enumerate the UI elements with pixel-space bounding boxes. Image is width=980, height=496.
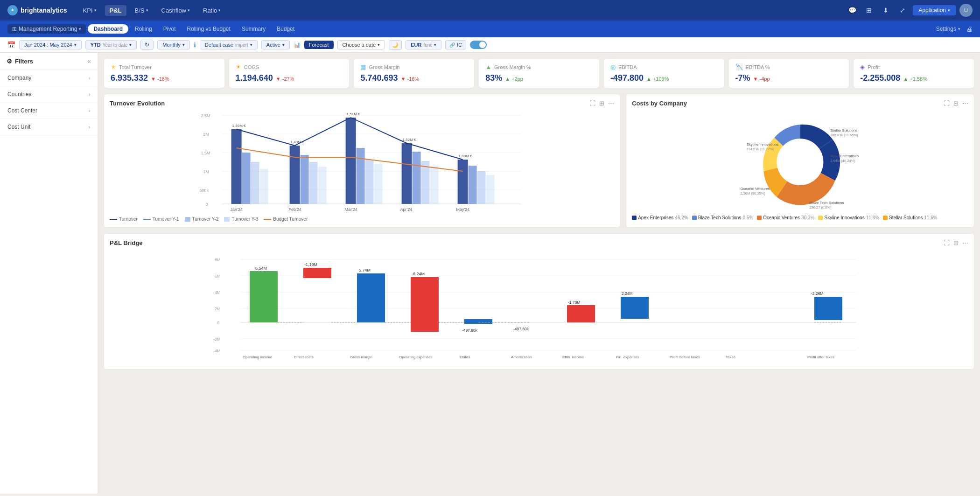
expand-chart-btn[interactable]: ⛶ <box>944 100 950 107</box>
svg-text:Blaze Tech Solutions: Blaze Tech Solutions <box>810 201 844 205</box>
svg-text:5,74M: 5,74M <box>359 268 371 272</box>
tab-budget[interactable]: Budget <box>272 24 299 34</box>
svg-text:-497,80k: -497,80k <box>513 327 529 331</box>
chevron-down-icon: ▾ <box>378 42 380 47</box>
breadcrumb-button[interactable]: ⊞ Management Reporting ▾ <box>7 24 86 34</box>
kpi-value: 1.194.640 <box>236 73 273 83</box>
application-button[interactable]: Application ▾ <box>913 5 956 15</box>
ytd-filter[interactable]: YTD Year to date ▾ <box>85 40 137 49</box>
collapse-sidebar-btn[interactable]: « <box>87 57 91 65</box>
download-icon-btn[interactable]: ⬇ <box>879 4 892 17</box>
active-text: Active <box>266 42 280 48</box>
chat-icon-btn[interactable]: 💬 <box>846 4 859 17</box>
kpi-card-ebitda-pct: 📉 EBITDA % -7% ▼ -4pp <box>728 58 850 88</box>
svg-text:2,26M (30,35%): 2,26M (30,35%) <box>741 191 766 196</box>
tab-rolling[interactable]: Rolling <box>130 24 157 34</box>
default-case-sub: import <box>235 42 248 48</box>
nav-item-bs[interactable]: B/S ▾ <box>130 5 153 16</box>
expand-chart-btn[interactable]: ⛶ <box>589 100 595 107</box>
svg-text:2M: 2M <box>215 307 221 311</box>
svg-rect-23 <box>357 148 365 204</box>
refresh-icon[interactable]: ↻ <box>140 40 154 50</box>
chevron-down-icon: ▾ <box>74 42 77 47</box>
nav-item-cashflow[interactable]: Cashflow ▾ <box>157 5 195 16</box>
donut-legend-blaze: Blaze Tech Solutions 0,5% <box>692 215 753 220</box>
calendar-icon: 📅 <box>7 41 15 49</box>
nav-item-kpi[interactable]: KPI ▾ <box>78 5 101 16</box>
default-case-filter[interactable]: Default case import ▾ <box>200 40 258 49</box>
chart-title-row: Turnover Evolution ⛶ ⊞ ⋯ <box>110 100 614 107</box>
more-options-btn[interactable]: ⋯ <box>962 239 968 246</box>
sidebar: ⚙ Filters « Company › Countries › Cost C… <box>0 53 98 494</box>
charts-row-1: Turnover Evolution ⛶ ⊞ ⋯ <box>104 94 974 228</box>
svg-text:Taxes: Taxes <box>726 355 735 359</box>
currency-filter[interactable]: EUR func ▾ <box>406 40 441 49</box>
grid-icon-btn[interactable]: ⊞ <box>862 4 875 17</box>
svg-rect-19 <box>309 162 318 204</box>
chevron-right-icon: › <box>89 125 90 130</box>
svg-text:4M: 4M <box>215 290 221 295</box>
svg-rect-22 <box>346 118 356 204</box>
chevron-down-icon: ▾ <box>129 42 132 47</box>
table-view-btn[interactable]: ⊞ <box>953 100 959 107</box>
more-options-btn[interactable]: ⋯ <box>962 100 968 107</box>
forecast-filter[interactable]: Forecast <box>304 41 334 49</box>
kpi-card-total-turnover: ★ Total Turnover 6.935.332 ▼ -18% <box>104 58 225 88</box>
active-filter[interactable]: Active ▾ <box>261 40 290 49</box>
table-view-btn[interactable]: ⊞ <box>599 100 604 107</box>
chevron-down-icon: ▾ <box>182 42 185 47</box>
kpi-value: -7% <box>735 73 750 83</box>
chevron-down-icon: ▾ <box>282 42 285 47</box>
kpi-card-cogs: ☀ COGS 1.194.640 ▼ -27% <box>229 58 350 88</box>
tab-dashboard[interactable]: Dashboard <box>88 24 128 34</box>
tab-summary[interactable]: Summary <box>237 24 270 34</box>
svg-rect-20 <box>318 167 327 204</box>
chevron-down-icon: ▾ <box>250 42 252 47</box>
ic-text: IC <box>457 42 462 48</box>
application-label: Application <box>918 7 946 14</box>
costs-chart-card: Costs by Company ⛶ ⊞ ⋯ <box>626 94 974 228</box>
svg-rect-27 <box>402 143 412 204</box>
svg-rect-83 <box>814 297 842 320</box>
ic-filter[interactable]: 🔗 IC <box>445 40 466 49</box>
sidebar-item-company[interactable]: Company › <box>0 70 98 86</box>
nav-item-pl[interactable]: P&L <box>105 5 126 16</box>
diamond-icon: ◈ <box>860 63 865 70</box>
chart-icon: ▦ <box>360 63 366 70</box>
logo[interactable]: ✦ brightanalytics <box>7 5 67 15</box>
sidebar-item-countries[interactable]: Countries › <box>0 86 98 103</box>
print-icon-btn[interactable]: 🖨 <box>966 25 973 33</box>
settings-button[interactable]: Settings ▾ <box>936 26 960 32</box>
kpi-value-row: 5.740.693 ▼ -16% <box>360 73 468 83</box>
nav-item-ratio[interactable]: Ratio ▾ <box>198 5 225 16</box>
currency-text: EUR <box>411 42 421 48</box>
more-options-btn[interactable]: ⋯ <box>608 100 614 107</box>
sub-nav: ⊞ Management Reporting ▾ Dashboard Rolli… <box>0 21 980 37</box>
turnover-chart-title: Turnover Evolution <box>110 100 165 107</box>
svg-rect-18 <box>301 155 309 204</box>
svg-text:1,39M €: 1,39M € <box>232 124 246 128</box>
sidebar-item-cost-unit[interactable]: Cost Unit › <box>0 119 98 135</box>
legend-item-budget: Budget Turnover <box>264 217 308 222</box>
svg-text:Operating income: Operating income <box>243 355 273 359</box>
tab-rolling-budget[interactable]: Rolling vs Budget <box>182 24 235 34</box>
tab-pivot[interactable]: Pivot <box>159 24 181 34</box>
grid-icon: ⊞ <box>12 26 17 32</box>
date-range-filter[interactable]: Jan 2024 : May 2024 ▾ <box>19 40 82 49</box>
table-view-btn[interactable]: ⊞ <box>953 239 959 246</box>
ic-toggle[interactable] <box>470 41 487 49</box>
expand-chart-btn[interactable]: ⛶ <box>944 239 950 246</box>
sidebar-item-cost-center[interactable]: Cost Center › <box>0 103 98 119</box>
legend-item-y3: Turnover Y-3 <box>224 217 258 222</box>
kpi-value-row: -7% ▼ -4pp <box>735 73 843 83</box>
logo-text: brightanalytics <box>21 7 67 14</box>
choose-date-filter[interactable]: Choose a date ▾ <box>337 40 385 49</box>
svg-text:2,64M (46,24%): 2,64M (46,24%) <box>831 159 856 163</box>
svg-rect-75 <box>464 319 492 324</box>
user-avatar[interactable]: U <box>959 4 973 17</box>
dark-mode-toggle[interactable]: 🌙 <box>389 40 402 50</box>
kpi-value-row: -497.800 ▲ +109% <box>610 73 718 83</box>
svg-text:0: 0 <box>206 202 208 207</box>
period-filter[interactable]: Monthly ▾ <box>157 40 190 49</box>
expand-icon-btn[interactable]: ⤢ <box>896 4 909 17</box>
